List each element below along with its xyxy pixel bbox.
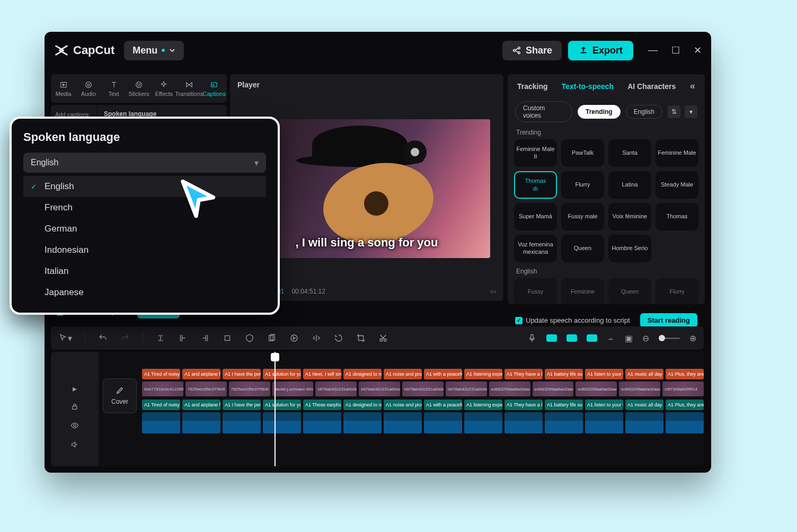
tab-media[interactable]: Media — [52, 81, 75, 97]
clip[interactable]: A1 solution for you — [263, 400, 301, 410]
popup-select[interactable]: English — [23, 153, 266, 173]
voice-voix-f-minine[interactable]: Voix féminine — [608, 203, 651, 230]
clip[interactable]: ed683299aa6ad2aad8b3 — [533, 382, 574, 396]
trim-left-icon[interactable] — [178, 333, 188, 343]
lang-option-english[interactable]: ✓English — [23, 176, 266, 197]
audio-clip[interactable] — [384, 412, 422, 433]
lock-icon[interactable] — [70, 402, 79, 413]
mask-icon[interactable] — [245, 333, 254, 343]
minimize-icon[interactable]: — — [648, 45, 658, 56]
tab-text[interactable]: Text — [103, 81, 125, 97]
lang-option-french[interactable]: French — [23, 197, 266, 218]
maximize-icon[interactable]: ☐ — [671, 45, 680, 56]
tab-transitions[interactable]: Transitions — [178, 81, 200, 97]
clip[interactable]: b878ab42c231a6b0af — [402, 382, 444, 396]
close-icon[interactable]: ✕ — [694, 45, 702, 56]
tab-audio[interactable]: Audio — [77, 81, 100, 97]
audio-clip[interactable] — [223, 412, 261, 433]
speaker-icon[interactable] — [70, 440, 79, 451]
share-button[interactable]: Share — [502, 41, 562, 60]
lang-option-german[interactable]: German — [23, 218, 266, 240]
track-pip-1[interactable] — [546, 334, 557, 342]
clip[interactable]: A1 Next, I will sing a so — [303, 369, 341, 379]
voice-voz-femenina-mexicana[interactable]: Voz femenina mexicana — [514, 235, 557, 262]
timeline[interactable]: ▸ Cover A1 Tired of noisy streetsA1 and … — [51, 352, 704, 466]
audio-clip[interactable] — [504, 412, 543, 433]
clip[interactable]: ed683299aa6ad2aad8b3 — [575, 382, 617, 396]
clip[interactable]: A1 battery life so you ca — [545, 369, 583, 379]
more-icon[interactable]: « — [690, 81, 695, 92]
voice-thomas[interactable]: Thomasıllı — [514, 171, 557, 199]
filter-english[interactable]: English — [626, 105, 662, 119]
lang-option-japanese[interactable]: Japanese — [23, 282, 266, 303]
clip[interactable]: A1 I have the perfec — [223, 400, 261, 410]
clip[interactable]: A1 I have the perfec — [223, 369, 261, 379]
audio-clip[interactable] — [182, 412, 220, 433]
zoom-in-icon[interactable]: ⊕ — [689, 333, 696, 343]
rtab-tracking[interactable]: Tracking — [517, 82, 548, 91]
audio-clip[interactable] — [303, 412, 341, 433]
pro-cut-icon[interactable] — [378, 333, 388, 343]
audio-clip[interactable] — [142, 412, 180, 433]
tab-effects[interactable]: Effects — [153, 81, 175, 97]
zoom-out-icon[interactable]: ⊖ — [642, 333, 649, 343]
clip[interactable]: ed683299aa6ad2aad8b3 — [489, 382, 530, 396]
clip[interactable]: A1 battery life so you ca — [545, 400, 583, 410]
clip[interactable]: A1 listening experienc — [464, 369, 502, 379]
voice-thomas[interactable]: Thomas — [656, 203, 698, 230]
clip[interactable]: A1 Plus, they are li — [666, 400, 704, 410]
clip[interactable]: A1 with a peaceful — [424, 400, 462, 410]
magnet-icon[interactable]: ⫠ — [607, 333, 615, 343]
clip[interactable]: A1 and airplane flights? — [182, 369, 220, 379]
clip[interactable]: A1 with a peaceful — [424, 369, 462, 379]
mic-icon[interactable] — [527, 333, 537, 343]
menu-button[interactable]: Menu — [124, 41, 184, 60]
clip[interactable]: A1 These earphones a — [303, 400, 341, 410]
filter-custom[interactable]: Custom voices — [515, 101, 572, 122]
audio-clip[interactable] — [585, 412, 623, 433]
start-reading-button[interactable]: Start reading — [640, 313, 697, 327]
voice-queen[interactable]: Queen — [561, 235, 604, 262]
undo-icon[interactable] — [98, 333, 108, 343]
clip[interactable]: 7825eec05e1f7964f — [185, 382, 227, 396]
clip[interactable]: A1 music all day long — [625, 400, 663, 410]
voice-pawtalk[interactable]: PawTalk — [561, 139, 604, 167]
ratio-icon[interactable]: ▭ — [490, 288, 496, 295]
expand-icon[interactable]: ▸ — [73, 384, 77, 394]
voice-fussy[interactable]: Fussy — [514, 278, 557, 306]
pointer-tool-icon[interactable]: ▾ — [58, 333, 72, 343]
audio-clip[interactable] — [545, 412, 583, 433]
voice-flurry[interactable]: Flurry — [656, 278, 698, 306]
clip[interactable]: b878ab42c231a6b0af — [315, 382, 357, 396]
voice-queen[interactable]: Queen — [608, 278, 651, 306]
lang-option-indonesian[interactable]: Indonesian — [23, 240, 266, 261]
clip[interactable]: A1 and airplane flights? — [182, 400, 220, 410]
tab-stickers[interactable]: Stickers — [128, 81, 150, 97]
cover-button[interactable]: Cover — [103, 378, 137, 413]
clip[interactable]: ed683299aa6ad2aad8b3 — [619, 382, 660, 396]
clip[interactable]: A1 music all day long — [625, 369, 663, 379]
clip[interactable]: b878ab42c231a6b0af — [359, 382, 400, 396]
eye-icon[interactable] — [70, 421, 79, 432]
audio-clip[interactable] — [263, 412, 301, 433]
trim-right-icon[interactable] — [200, 333, 210, 343]
voice-super-mam-[interactable]: Super Mamá — [514, 203, 557, 230]
mirror-icon[interactable] — [312, 333, 321, 343]
voice-latina[interactable]: Latina — [608, 171, 651, 199]
clip[interactable]: 7825eec05e1f7964f — [229, 382, 270, 396]
track-pip-3[interactable] — [587, 334, 597, 342]
voice-feminine[interactable]: Feminine — [561, 278, 604, 306]
lang-option-italian[interactable]: Italian — [23, 261, 266, 282]
zoom-slider[interactable] — [659, 338, 680, 339]
filter-trending[interactable]: Trending — [578, 105, 621, 119]
clip[interactable]: A1 They have a long — [504, 369, 543, 379]
clip[interactable]: A1 solution for you — [263, 369, 301, 379]
crop-icon[interactable] — [223, 333, 232, 343]
voice-feminine-male[interactable]: Feminine Male — [656, 139, 698, 167]
redo-icon[interactable] — [120, 333, 130, 343]
dropdown-icon[interactable]: ▾ — [685, 105, 697, 118]
clip[interactable]: A1 listening experienc — [464, 400, 502, 410]
sort-icon[interactable]: ⇅ — [668, 105, 680, 118]
voice-flurry[interactable]: Flurry — [561, 171, 604, 199]
marker-icon[interactable]: ▣ — [625, 333, 633, 343]
